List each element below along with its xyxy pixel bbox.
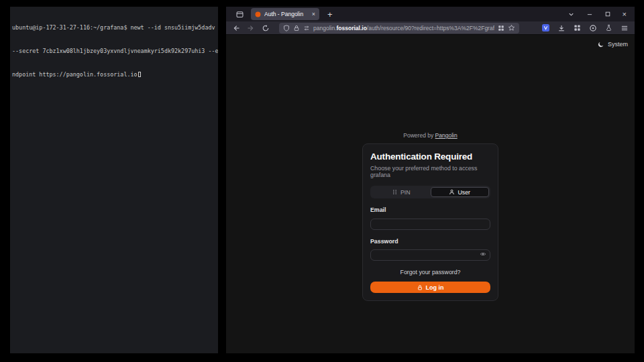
firefox-view-icon[interactable]	[235, 10, 244, 19]
url-bar[interactable]: pangolin.fossorial.io/auth/resource/90?r…	[279, 23, 519, 34]
new-tab-button[interactable]: +	[327, 10, 333, 19]
back-icon[interactable]	[232, 24, 240, 32]
pangolin-link[interactable]: Pangolin	[435, 132, 458, 139]
extension-icon-blue[interactable]	[542, 24, 549, 32]
browser-tab-bar: Auth - Pangolin × + ×	[226, 7, 635, 21]
menu-hamburger-icon[interactable]	[621, 24, 629, 32]
pangolin-favicon	[255, 11, 261, 17]
pin-keypad-icon	[392, 189, 398, 195]
terminal-cursor	[138, 72, 141, 77]
auth-method-tabs: PIN User	[370, 186, 490, 198]
tab-user[interactable]: User	[431, 187, 490, 197]
containers-grid-icon[interactable]	[498, 25, 504, 32]
window-controls: ×	[556, 10, 635, 18]
minimize-button[interactable]	[586, 11, 593, 17]
adblock-circle-icon[interactable]	[589, 24, 597, 32]
tab-close-icon[interactable]: ×	[312, 11, 315, 17]
tracking-shield-icon[interactable]	[283, 25, 290, 32]
tab-title: Auth - Pangolin	[264, 11, 309, 17]
auth-card: Authentication Required Choose your pref…	[362, 143, 498, 301]
extensions-grid-icon[interactable]	[574, 24, 581, 32]
email-label: Email	[370, 206, 490, 213]
bookmark-star-icon[interactable]	[508, 24, 515, 32]
terminal-line: --secret 7cbz1xw08lh1jbzey03yxvndljvneam…	[12, 48, 217, 56]
card-title: Authentication Required	[370, 152, 490, 162]
browser-tab-auth-pangolin[interactable]: Auth - Pangolin ×	[251, 8, 319, 20]
switch-protocol-icon[interactable]	[303, 25, 310, 32]
login-button[interactable]: Log in	[370, 282, 490, 293]
forward-icon[interactable]	[247, 24, 255, 32]
terminal-window[interactable]: ubuntu@ip-172-31-27-116:~/grafana$ newt …	[10, 7, 218, 353]
terminal-line: ubuntu@ip-172-31-27-116:~/grafana$ newt …	[12, 24, 217, 32]
email-field[interactable]	[370, 219, 490, 230]
card-subtitle: Choose your preferred method to access g…	[370, 165, 490, 178]
user-icon	[449, 189, 455, 195]
forgot-password-link[interactable]: Forgot your password?	[370, 269, 490, 276]
maximize-button[interactable]	[604, 11, 611, 17]
theme-label: System	[608, 41, 628, 48]
powered-by: Powered by Pangolin	[362, 132, 498, 139]
lock-icon[interactable]	[293, 25, 300, 32]
url-text[interactable]: pangolin.fossorial.io/auth/resource/90?r…	[313, 25, 494, 32]
tab-pin[interactable]: PIN	[372, 187, 431, 197]
tab-list-chevron-icon[interactable]	[568, 11, 575, 18]
flask-extension-icon[interactable]	[605, 24, 612, 32]
lock-button-icon	[417, 285, 423, 290]
browser-toolbar: pangolin.fossorial.io/auth/resource/90?r…	[226, 21, 635, 35]
password-field[interactable]	[370, 249, 490, 261]
password-label: Password	[370, 238, 490, 245]
theme-selector[interactable]: System	[598, 41, 628, 48]
moon-icon	[598, 41, 604, 48]
page-content: System Powered by Pangolin Authenticatio…	[226, 35, 635, 353]
show-password-eye-icon[interactable]	[480, 251, 486, 257]
toolbar-extensions	[542, 24, 629, 32]
downloads-icon[interactable]	[557, 24, 566, 32]
window-close-button[interactable]: ×	[623, 10, 627, 18]
auth-column: Powered by Pangolin Authentication Requi…	[362, 35, 498, 301]
browser-window: Auth - Pangolin × + ×	[226, 7, 635, 353]
terminal-line: ndpoint https://pangolin.fossorial.io	[12, 71, 217, 79]
reload-icon[interactable]	[262, 24, 270, 32]
